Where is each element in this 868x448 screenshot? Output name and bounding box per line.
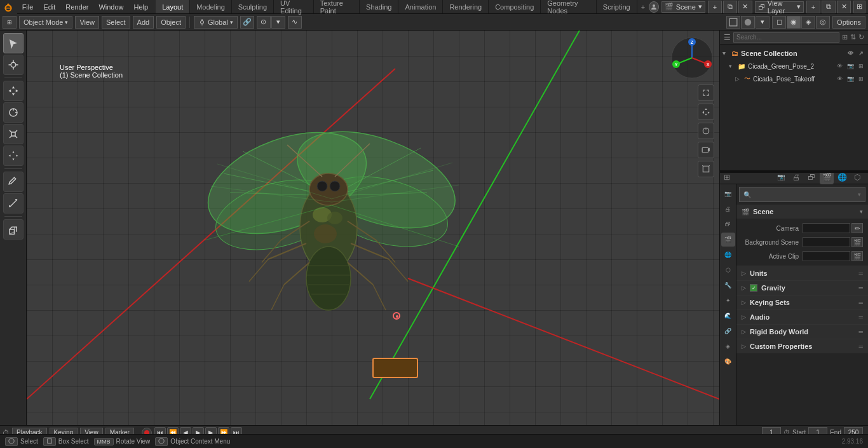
item-2-render-btn[interactable]: 📷 bbox=[846, 74, 855, 83]
tab-uv-editing[interactable]: UV Editing bbox=[274, 0, 314, 13]
measure-tool-btn[interactable] bbox=[3, 193, 24, 214]
outliner-sort-btn[interactable]: ⇅ bbox=[850, 33, 856, 41]
annotate-tool-btn[interactable] bbox=[3, 172, 24, 192]
view-layer-icon-btn[interactable]: 🗗 bbox=[721, 217, 735, 231]
tab-scripting[interactable]: Scripting bbox=[597, 0, 637, 13]
scene-selector[interactable]: 🎬 Scene ▾ bbox=[661, 1, 705, 13]
editor-type-btn[interactable]: ⊞ bbox=[3, 16, 17, 29]
camera-view-btn[interactable] bbox=[698, 142, 714, 158]
object-mode-btn[interactable]: Object Mode bbox=[19, 16, 72, 29]
bg-scene-value[interactable] bbox=[803, 237, 850, 247]
tab-geometry-nodes[interactable]: Geometry Nodes bbox=[541, 0, 597, 13]
view-layer-new-btn[interactable]: + bbox=[806, 1, 820, 13]
shading-mode-btn[interactable] bbox=[726, 16, 740, 29]
graph-btn[interactable]: ∿ bbox=[288, 16, 302, 29]
tab-rendering[interactable]: Rendering bbox=[443, 0, 489, 13]
data-icon-btn[interactable]: ◈ bbox=[721, 339, 735, 353]
tab-animation[interactable]: Animation bbox=[398, 0, 443, 13]
object-icon-btn[interactable]: ⬡ bbox=[721, 263, 735, 277]
active-clip-btn[interactable]: 🎬 bbox=[851, 251, 863, 261]
transform-tool-btn[interactable] bbox=[3, 146, 24, 166]
wireframe-btn[interactable]: ◻ bbox=[772, 16, 786, 29]
tab-shading[interactable]: Shading bbox=[360, 0, 398, 13]
outliner-item-1[interactable]: ▾ 📁 Cicada_Green_Pose_2 👁 📷 ⊞ bbox=[720, 60, 868, 72]
view-layer-selector[interactable]: 🗗 View Layer ▾ bbox=[755, 1, 804, 13]
tab-texture-paint[interactable]: Texture Paint bbox=[314, 0, 360, 13]
proportional-btn[interactable]: ⊙ bbox=[257, 16, 271, 29]
3d-viewport[interactable]: User Perspective (1) Scene Collection Z … bbox=[27, 31, 719, 425]
user-avatar[interactable] bbox=[649, 1, 659, 13]
viewport-select-btn[interactable]: Select bbox=[102, 16, 130, 29]
pan-btn[interactable] bbox=[698, 104, 714, 120]
bg-scene-btn[interactable]: 🎬 bbox=[851, 237, 863, 247]
scene-new-btn[interactable]: + bbox=[708, 1, 722, 13]
units-section-header[interactable]: ▷ Units ═ bbox=[736, 266, 868, 280]
menu-help[interactable]: Help bbox=[129, 0, 154, 13]
viewport-add-btn[interactable]: Add bbox=[133, 16, 154, 29]
scale-tool-btn[interactable] bbox=[3, 124, 24, 144]
world-icon-btn[interactable]: 🌐 bbox=[721, 248, 735, 262]
output-icon-btn[interactable]: 🖨 bbox=[721, 202, 735, 216]
material-btn[interactable]: ◈ bbox=[801, 16, 815, 29]
gravity-checkbox[interactable]: ✓ bbox=[750, 284, 757, 292]
tab-compositing[interactable]: Compositing bbox=[489, 0, 541, 13]
rotate-tool-btn[interactable] bbox=[3, 102, 24, 123]
tab-layout[interactable]: Layout bbox=[156, 0, 190, 13]
modifier-icon-btn[interactable]: 🔧 bbox=[721, 278, 735, 292]
item-1-hide-btn[interactable]: 👁 bbox=[835, 62, 844, 71]
outliner-filter-btn[interactable]: ⊞ bbox=[842, 33, 848, 41]
item-1-render-btn[interactable]: 📷 bbox=[846, 62, 855, 71]
keying-sets-header[interactable]: ▷ Keying Sets ═ bbox=[736, 295, 868, 309]
tab-modeling[interactable]: Modeling bbox=[190, 0, 232, 13]
menu-render[interactable]: Render bbox=[60, 0, 93, 13]
shading-dropdown-btn[interactable]: ▾ bbox=[756, 16, 770, 29]
item-2-filter-btn[interactable]: ⊞ bbox=[857, 74, 865, 83]
constraints-icon-btn[interactable]: 🔗 bbox=[721, 324, 735, 338]
gravity-section-header[interactable]: ▷ ✓ Gravity ═ bbox=[736, 281, 868, 295]
tab-sculpting[interactable]: Sculpting bbox=[232, 0, 274, 13]
scene-section-header[interactable]: 🎬 Scene ▾ bbox=[736, 205, 868, 219]
select-collection-btn[interactable]: ↗ bbox=[857, 49, 865, 58]
rigid-body-header[interactable]: ▷ Rigid Body World ═ bbox=[736, 325, 868, 339]
outliner-sync-btn[interactable]: ↻ bbox=[858, 33, 864, 41]
filter-btn[interactable]: ⊞ bbox=[853, 1, 865, 13]
snap-btn[interactable]: 🔗 bbox=[240, 16, 254, 29]
shading-mode-2-btn[interactable] bbox=[741, 16, 755, 29]
active-clip-value[interactable] bbox=[803, 251, 850, 261]
axis-gizmo[interactable]: Z X Y bbox=[670, 36, 714, 80]
custom-props-header[interactable]: ▷ Custom Properties ═ bbox=[736, 339, 868, 353]
menu-edit[interactable]: Edit bbox=[38, 0, 60, 13]
add-cube-btn[interactable] bbox=[3, 219, 24, 240]
transform-btn[interactable]: Global bbox=[194, 16, 238, 29]
zoom-to-fit-btn[interactable] bbox=[698, 85, 714, 101]
scene-copy-btn[interactable]: ⧉ bbox=[723, 1, 737, 13]
physics-icon-btn[interactable]: 🌊 bbox=[721, 309, 735, 323]
view-layer-delete-btn[interactable]: ✕ bbox=[837, 1, 851, 13]
viewport-object-btn[interactable]: Object bbox=[156, 16, 186, 29]
outliner-item-2[interactable]: ▷ 〜 Cicada_Pose_Takeoff 👁 📷 ⊞ bbox=[720, 72, 868, 85]
solid-btn[interactable]: ◉ bbox=[787, 16, 801, 29]
outliner-search[interactable] bbox=[733, 32, 839, 43]
panel-divider[interactable] bbox=[719, 170, 868, 173]
scene-icon-btn[interactable]: 🎬 bbox=[721, 233, 735, 247]
proportional-dropdown[interactable]: ▾ bbox=[271, 16, 285, 29]
item-1-filter-btn[interactable]: ⊞ bbox=[857, 62, 865, 71]
item-2-hide-btn[interactable]: 👁 bbox=[835, 74, 844, 83]
camera-picker-btn[interactable]: ✏ bbox=[851, 223, 863, 233]
viewport-view-btn[interactable]: View bbox=[75, 16, 99, 29]
cursor-tool-btn[interactable] bbox=[3, 55, 24, 75]
move-tool-btn[interactable] bbox=[3, 81, 24, 101]
rotate-view-btn[interactable] bbox=[698, 123, 714, 139]
select-tool-btn[interactable] bbox=[3, 33, 24, 53]
view-layer-copy-btn[interactable]: ⧉ bbox=[822, 1, 836, 13]
material-icon-btn[interactable]: 🎨 bbox=[721, 355, 735, 369]
particles-icon-btn[interactable]: ✦ bbox=[721, 294, 735, 308]
toggle-persp-btn[interactable] bbox=[698, 161, 714, 177]
render-icon-btn[interactable]: 📷 bbox=[721, 187, 735, 201]
menu-file[interactable]: File bbox=[17, 0, 39, 13]
scene-collection-header[interactable]: ▾ 🗂 Scene Collection 👁 ↗ bbox=[720, 47, 868, 60]
scene-delete-btn[interactable]: ✕ bbox=[738, 1, 752, 13]
options-btn[interactable]: Options bbox=[832, 16, 865, 29]
camera-value[interactable] bbox=[803, 223, 850, 233]
add-workspace-btn[interactable]: + bbox=[637, 0, 649, 13]
